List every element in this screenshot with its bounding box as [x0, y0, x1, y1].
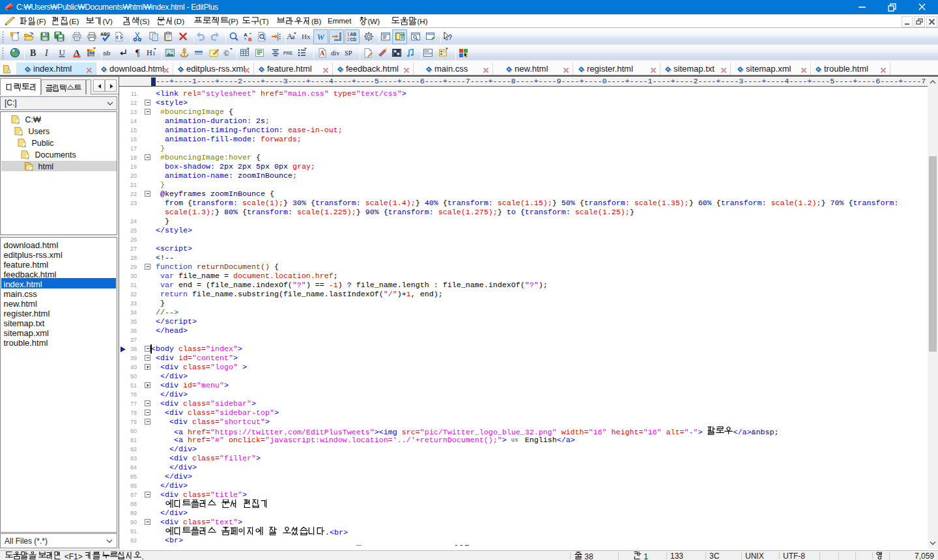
svg-text:W: W: [317, 32, 325, 42]
svg-text:¶: ¶: [135, 48, 140, 58]
svg-text:2: 2: [347, 37, 350, 42]
svg-text:CD: CD: [350, 37, 357, 42]
svg-text:PRE: PRE: [283, 51, 293, 55]
svg-text:B: B: [30, 48, 36, 58]
svg-text:A: A: [320, 49, 325, 57]
svg-text:1: 1: [152, 50, 156, 57]
svg-text:nb: nb: [104, 49, 111, 57]
svg-text:U: U: [59, 48, 66, 57]
svg-text:Hx: Hx: [302, 33, 311, 40]
svg-text:SP: SP: [345, 49, 352, 57]
svg-text:A: A: [74, 48, 80, 57]
svg-text:H: H: [147, 48, 152, 57]
svg-text:div: div: [331, 49, 340, 57]
svg-text:A: A: [244, 32, 248, 38]
svg-text:AB: AB: [350, 32, 357, 36]
svg-text:3: 3: [277, 37, 279, 41]
svg-text:?: ?: [448, 34, 452, 41]
svg-text:I: I: [44, 48, 49, 58]
svg-text:©: ©: [223, 49, 229, 58]
svg-text:a: a: [292, 33, 295, 40]
svg-text:1: 1: [347, 32, 350, 36]
svg-text:B: B: [248, 36, 252, 42]
